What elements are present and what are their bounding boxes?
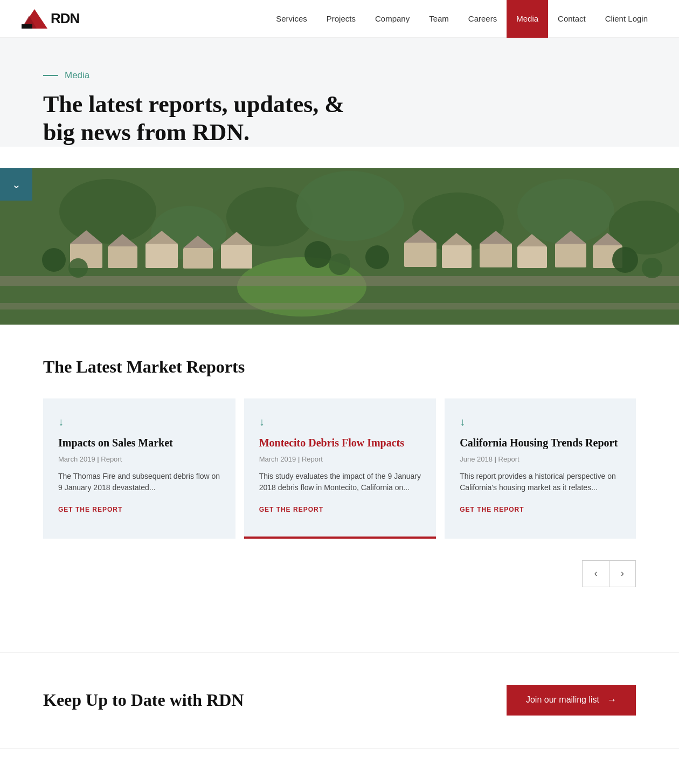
svg-rect-14	[108, 246, 137, 268]
hero-title: The latest reports, updates, & big news …	[43, 91, 356, 147]
svg-point-40	[365, 245, 389, 269]
report-card-3[interactable]: ↓ California Housing Trends Report June …	[445, 398, 636, 539]
download-icon-3: ↓	[460, 416, 622, 428]
mailing-section: Keep Up to Date with RDN Join our mailin…	[0, 652, 679, 748]
cards-row: ↓ Impacts on Sales Market March 2019 | R…	[43, 398, 636, 539]
svg-rect-20	[221, 245, 252, 269]
nav-link-careers[interactable]: Careers	[459, 0, 507, 38]
arrow-right-icon: →	[607, 694, 616, 706]
nav-link-client-login[interactable]: Client Login	[595, 0, 657, 38]
nav-link-services[interactable]: Services	[266, 0, 317, 38]
nav-link-company[interactable]: Company	[365, 0, 419, 38]
next-button[interactable]: ›	[609, 560, 636, 587]
reports-section-title: The Latest Market Reports	[43, 357, 636, 377]
svg-rect-30	[555, 244, 586, 267]
nav-item-careers[interactable]: Careers	[459, 0, 507, 38]
svg-point-36	[42, 248, 66, 272]
mailing-button-label: Join our mailing list	[526, 695, 599, 705]
svg-rect-34	[0, 276, 679, 286]
svg-rect-28	[517, 246, 547, 268]
nav-item-team[interactable]: Team	[419, 0, 459, 38]
svg-rect-26	[480, 244, 512, 267]
get-report-link-2[interactable]: GET THE REPORT	[259, 506, 323, 513]
card-desc-1: The Thomas Fire and subsequent debris fl…	[58, 471, 220, 493]
download-icon-2: ↓	[259, 416, 421, 428]
nav-item-services[interactable]: Services	[266, 0, 317, 38]
card-meta-2: March 2019 | Report	[259, 455, 421, 463]
svg-point-7	[296, 171, 404, 241]
card-desc-3: This report provides a historical perspe…	[460, 471, 622, 493]
aerial-image-container: ⌄	[0, 168, 679, 325]
nav-link-projects[interactable]: Projects	[317, 0, 365, 38]
logo-icon	[22, 9, 47, 29]
media-label-text: Media	[65, 70, 89, 81]
report-card-2[interactable]: ↓ Montecito Debris Flow Impacts March 20…	[244, 398, 436, 539]
reports-section: The Latest Market Reports ↓ Impacts on S…	[0, 325, 679, 652]
card-meta-3: June 2018 | Report	[460, 455, 622, 463]
get-report-link-1[interactable]: GET THE REPORT	[58, 506, 122, 513]
svg-point-38	[304, 241, 331, 268]
logo-text: RDN	[51, 10, 79, 27]
nav-item-company[interactable]: Company	[365, 0, 419, 38]
mailing-button[interactable]: Join our mailing list →	[507, 685, 636, 716]
main-nav: RDN Services Projects Company Team Caree…	[0, 0, 679, 38]
aerial-image	[0, 168, 679, 325]
card-desc-2: This study evaluates the impact of the 9…	[259, 471, 421, 493]
hero-section: Media The latest reports, updates, & big…	[0, 38, 679, 147]
svg-rect-2	[22, 24, 32, 29]
svg-point-37	[68, 258, 88, 278]
nav-link-media[interactable]: Media	[507, 0, 548, 38]
svg-rect-16	[146, 244, 178, 268]
svg-point-42	[642, 258, 662, 278]
card-title-3: California Housing Trends Report	[460, 436, 622, 450]
pagination-row: ‹ ›	[43, 560, 636, 587]
card-meta-1: March 2019 | Report	[58, 455, 220, 463]
nav-item-contact[interactable]: Contact	[548, 0, 595, 38]
media-label: Media	[43, 70, 636, 81]
scroll-indicator[interactable]: ⌄	[0, 168, 32, 201]
chevron-down-icon: ⌄	[12, 178, 21, 191]
get-report-link-3[interactable]: GET THE REPORT	[460, 506, 524, 513]
card-title-1: Impacts on Sales Market	[58, 436, 220, 450]
prev-button[interactable]: ‹	[582, 560, 609, 587]
svg-rect-35	[0, 303, 679, 310]
report-card-1[interactable]: ↓ Impacts on Sales Market March 2019 | R…	[43, 398, 235, 539]
card-title-2: Montecito Debris Flow Impacts	[259, 436, 421, 450]
svg-rect-18	[183, 248, 213, 269]
mailing-title: Keep Up to Date with RDN	[43, 690, 244, 710]
svg-point-39	[329, 253, 350, 275]
nav-link-team[interactable]: Team	[419, 0, 459, 38]
nav-links: Services Projects Company Team Careers M…	[266, 0, 657, 38]
media-label-line	[43, 75, 58, 76]
download-icon-1: ↓	[58, 416, 220, 428]
logo[interactable]: RDN	[22, 9, 79, 29]
nav-item-projects[interactable]: Projects	[317, 0, 365, 38]
svg-rect-22	[404, 243, 436, 267]
footer-line	[0, 748, 679, 759]
nav-item-media[interactable]: Media	[507, 0, 548, 38]
svg-rect-24	[442, 245, 472, 268]
svg-point-41	[612, 247, 638, 273]
svg-point-4	[59, 179, 156, 244]
nav-item-client-login[interactable]: Client Login	[595, 0, 657, 38]
nav-link-contact[interactable]: Contact	[548, 0, 595, 38]
